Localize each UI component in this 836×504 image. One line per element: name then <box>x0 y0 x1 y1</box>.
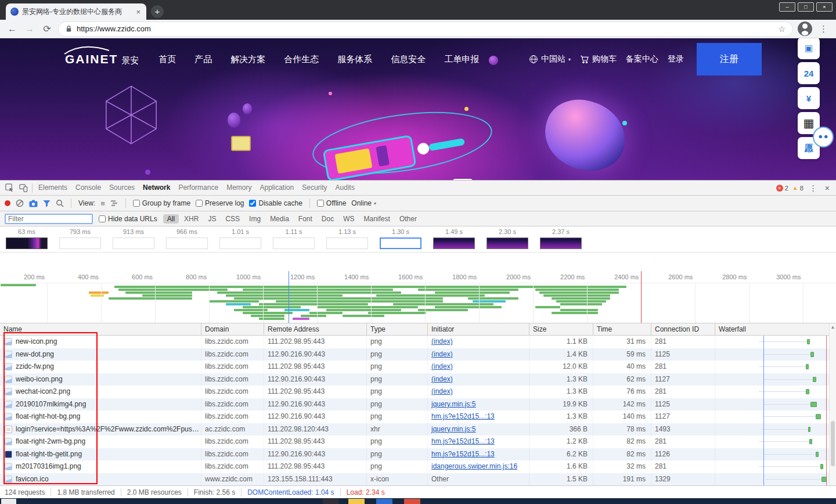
taskbar[interactable] <box>0 498 836 504</box>
cart-button[interactable]: 购物车 <box>580 54 617 64</box>
network-request-row[interactable]: new-dot.pnglibs.zzidc.com112.90.216.90:4… <box>0 348 836 361</box>
column-header-waterfall[interactable]: Waterfall <box>715 323 836 335</box>
floating-price-button[interactable]: ¥ <box>798 87 820 109</box>
taskbar-icon-app-left[interactable] <box>1 499 16 504</box>
table-scrollbar[interactable]: ▲ <box>829 323 836 485</box>
devtools-tab-sources[interactable]: Sources <box>105 181 139 195</box>
filmstrip-frame[interactable]: 1.13 s <box>325 228 369 252</box>
new-tab-button[interactable]: + <box>151 5 164 18</box>
filmstrip-frame[interactable]: 1.11 s <box>272 228 316 252</box>
network-request-row[interactable]: float-right-tb-getit.pnglibs.zzidc.com11… <box>0 448 836 461</box>
site-nav-item[interactable]: 服务体系 <box>337 54 372 65</box>
chat-robot-avatar[interactable] <box>813 127 834 147</box>
inspect-element-icon[interactable] <box>2 181 16 195</box>
throttling-dropdown[interactable]: Online ▾ <box>351 199 376 207</box>
initiator-link[interactable]: (index) <box>431 337 453 345</box>
site-nav-item[interactable]: 首页 <box>158 54 176 65</box>
initiator-link[interactable]: (index) <box>431 375 453 383</box>
type-filter-manifest[interactable]: Manifest <box>360 214 394 224</box>
type-filter-ws[interactable]: WS <box>339 214 358 224</box>
column-header-size[interactable]: Size <box>529 323 593 335</box>
record-button[interactable] <box>5 200 10 206</box>
filter-icon[interactable] <box>43 200 51 207</box>
clear-icon[interactable] <box>16 199 24 207</box>
network-request-row[interactable]: float-right-hot-bg.pnglibs.zzidc.com112.… <box>0 411 836 423</box>
initiator-link[interactable]: hm.js?e152d15...:13 <box>431 450 495 458</box>
network-request-row[interactable]: m20170316img1.pnglibs.zzidc.com111.202.9… <box>0 460 836 473</box>
scrollbar-thumb[interactable] <box>831 421 835 466</box>
login-link[interactable]: 登录 <box>668 54 684 64</box>
type-filter-xhr[interactable]: XHR <box>180 214 203 224</box>
initiator-link[interactable]: jquery.min.js:5 <box>431 425 475 433</box>
filmstrip-frame[interactable]: 966 ms <box>165 228 209 252</box>
maximize-button[interactable]: □ <box>798 2 814 12</box>
column-header-time[interactable]: Time <box>593 323 651 335</box>
network-request-row[interactable]: new-icon.pnglibs.zzidc.com111.202.98.95:… <box>0 336 836 348</box>
browser-menu-icon[interactable]: ⋮ <box>817 24 830 34</box>
initiator-link[interactable]: hm.js?e152d15...:13 <box>431 437 495 445</box>
taskbar-icon-app-blue[interactable] <box>376 499 392 504</box>
type-filter-css[interactable]: CSS <box>221 214 244 224</box>
device-toolbar-icon[interactable] <box>16 181 30 195</box>
column-header-domain[interactable]: Domain <box>201 323 264 335</box>
filmstrip-frame[interactable]: 1.01 s <box>218 228 262 252</box>
reload-icon[interactable]: ⟳ <box>41 23 53 34</box>
type-filter-img[interactable]: Img <box>245 214 265 224</box>
initiator-link[interactable]: hm.js?e152d15...:13 <box>431 412 495 420</box>
initiator-link[interactable]: (index) <box>431 350 453 358</box>
filmstrip-frame[interactable]: 793 ms <box>58 228 102 252</box>
initiator-link[interactable]: (index) <box>431 362 453 370</box>
filmstrip-frame[interactable]: 2.30 s <box>485 228 529 252</box>
column-header-type[interactable]: Type <box>367 323 428 335</box>
register-button[interactable]: 注册 <box>697 43 762 75</box>
taskbar-icon-app-dark[interactable] <box>323 499 339 504</box>
network-request-row[interactable]: zzidc-fw.pnglibs.zzidc.com111.202.98.95:… <box>0 361 836 373</box>
filmstrip-frame[interactable]: 1.49 s <box>432 228 476 252</box>
floating-service-24h-button[interactable]: 24 <box>798 62 820 84</box>
devtools-tab-application[interactable]: Application <box>255 181 298 195</box>
type-filter-font[interactable]: Font <box>294 214 316 224</box>
site-nav-item[interactable]: 信息安全 <box>391 54 426 65</box>
record-center-link[interactable]: 备案中心 <box>626 54 658 64</box>
network-request-row[interactable]: weibo-icon.pnglibs.zzidc.com112.90.216.9… <box>0 373 836 386</box>
network-request-row[interactable]: login?service=https%3A%2F%2Fwww.zzidc.co… <box>0 423 836 436</box>
devtools-tab-performance[interactable]: Performance <box>174 181 222 195</box>
column-header-connection-id[interactable]: Connection ID <box>651 323 715 335</box>
back-icon[interactable]: ← <box>6 24 19 34</box>
view-list-icon[interactable]: ≡ <box>100 199 105 208</box>
hide-data-urls-checkbox[interactable]: Hide data URLs <box>99 215 157 223</box>
forward-icon[interactable]: → <box>23 24 36 34</box>
minimize-button[interactable]: – <box>779 2 795 12</box>
profile-avatar[interactable] <box>798 21 812 36</box>
network-request-row[interactable]: float-right-2wm-bg.pnglibs.zzidc.com111.… <box>0 435 836 448</box>
site-nav-item[interactable]: 解决方案 <box>230 54 265 65</box>
initiator-link[interactable]: (index) <box>431 387 453 395</box>
type-filter-media[interactable]: Media <box>266 214 293 224</box>
column-header-remote-address[interactable]: Remote Address <box>264 323 367 335</box>
initiator-link[interactable]: jquery.min.js:5 <box>431 400 475 408</box>
devtools-tab-console[interactable]: Console <box>71 181 105 195</box>
browser-tab[interactable]: 景安网络-专业的数据中心服务商 × <box>6 3 146 20</box>
network-request-row[interactable]: wechat-icon2.pnglibs.zzidc.com111.202.98… <box>0 386 836 398</box>
devtools-tab-security[interactable]: Security <box>298 181 331 195</box>
devtools-tab-elements[interactable]: Elements <box>34 181 71 195</box>
filmstrip-frame[interactable]: 63 ms <box>5 228 49 252</box>
search-icon[interactable] <box>56 199 64 207</box>
site-logo[interactable]: GAINET 景安 <box>65 52 139 66</box>
devtools-close-icon[interactable]: × <box>823 183 831 193</box>
devtools-tab-audits[interactable]: Audits <box>331 181 359 195</box>
warning-badge[interactable]: ▲ 8 <box>792 185 803 192</box>
type-filter-doc[interactable]: Doc <box>318 214 338 224</box>
devtools-tab-network[interactable]: Network <box>139 181 174 195</box>
region-selector[interactable]: 中国站 ▾ <box>529 54 571 64</box>
filmstrip-frame[interactable]: 2.37 s <box>539 228 583 252</box>
close-window-button[interactable]: × <box>816 2 833 12</box>
network-request-row[interactable]: favicon.icowww.zzidc.com123.155.158.111:… <box>0 473 836 486</box>
taskbar-icon-app-red[interactable] <box>404 499 420 504</box>
overview[interactable]: 200 ms400 ms600 ms800 ms1000 ms1200 ms14… <box>0 271 836 323</box>
devtools-menu-icon[interactable]: ⋮ <box>808 183 819 193</box>
site-nav-item[interactable]: 工单申报 <box>444 54 479 65</box>
site-nav-item[interactable]: 产品 <box>194 54 212 65</box>
filmstrip-frame[interactable]: 1.30 s <box>379 228 423 252</box>
taskbar-icon-folder[interactable] <box>348 499 365 504</box>
